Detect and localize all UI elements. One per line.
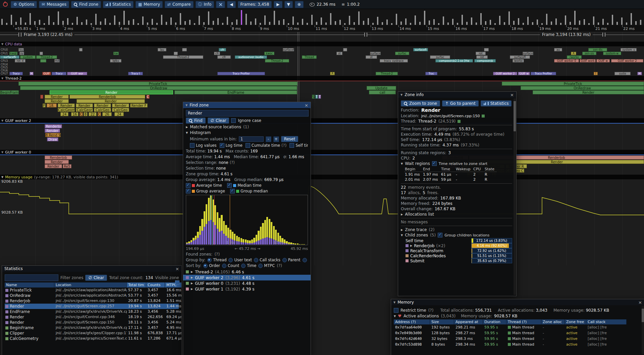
timeline-zone[interactable]: GUIF w (518, 72, 530, 75)
timeline-zone[interactable]: sen-dis (588, 48, 607, 51)
prev-frame-button[interactable]: ◀ (227, 1, 235, 8)
timeline-zone[interactable]: Update (367, 86, 396, 90)
filter-zones-input[interactable] (5, 274, 58, 281)
timeline-zone[interactable]: Render (58, 103, 75, 107)
timeline-zone[interactable]: kwgt (9, 52, 17, 55)
help-icon[interactable]: (?) (428, 308, 434, 313)
mtpc-radio[interactable] (258, 264, 263, 268)
timeline-zone[interactable]: Render (112, 103, 129, 107)
cumulate-time-checkbox[interactable] (246, 143, 250, 148)
toolbar-find-zone-button[interactable]: Find zone (71, 1, 101, 8)
timeline-zone[interactable]: Render (45, 99, 69, 103)
find-button[interactable]: Find (186, 118, 206, 124)
clear-button[interactable]: ∅Clear (208, 118, 229, 124)
child-zone-row[interactable]: ▶RenderJob(×2)4.16 ms (92.60%) (401, 243, 512, 248)
timeline-zone[interactable]: GUIF worker 0 (554, 59, 579, 62)
section-header-cpu-data[interactable]: ▼CPU data (0, 42, 644, 46)
zone-group-row[interactable]: ▶GUIF worker 0(3,231)4.48 s (183, 280, 311, 286)
table-row[interactable]: Renderjni/../jni/src/guif/Control.cpp:34… (5, 314, 179, 320)
timeline-zone[interactable] (40, 59, 46, 62)
timeline-zone[interactable]: kwoc (264, 52, 274, 55)
expand-icon[interactable]: ▶ (191, 276, 193, 279)
option-self-time[interactable]: Self time(1.16%) (289, 143, 308, 148)
timeline-zone[interactable]: Tracy Profiler (217, 72, 265, 75)
timeline-zone[interactable]: 26 (102, 112, 112, 116)
section-header-guif-worker-2[interactable]: ▼GUIF worker 2 (0, 118, 644, 124)
column-header-zone-free[interactable]: Zone free (565, 319, 586, 324)
timeline-zone[interactable]: syste (614, 72, 631, 75)
timeline-zone[interactable]: st (366, 55, 377, 59)
statistics-titlebar[interactable]: Statistics × (2, 266, 181, 272)
timeline-zone[interactable]: kw (113, 52, 119, 55)
toolbar-tools-button[interactable] (216, 1, 225, 8)
timeline-zone[interactable]: CalcGeor (76, 108, 93, 112)
timeline-zone[interactable]: system-w (603, 52, 621, 55)
timeline-zone[interactable]: surfacefl (413, 48, 428, 51)
column-header-total-tim[interactable]: Total tim (127, 282, 146, 287)
zone-group-row[interactable]: ▶Thread-2(4,105)6.46 s (183, 269, 311, 275)
timeline-zone[interactable]: PrivateTick (18, 82, 298, 86)
search-input[interactable] (186, 110, 309, 117)
timeline-zone[interactable]: isu (18, 48, 24, 51)
statistics-table-header[interactable]: NameLocationTotal timCountsMTPC (5, 282, 179, 287)
zone-group-row[interactable]: ▶GUIF worker 1(3,192)4.39 s (183, 286, 311, 292)
radio-order[interactable]: Order (203, 263, 220, 268)
collapse-icon[interactable]: ▼ (401, 162, 403, 165)
allocation-row[interactable]: 0x7dfaa64e00192 bytes298.21 ms59.95 sMai… (394, 324, 642, 330)
timeline-zone[interactable]: A (571, 52, 576, 55)
timeline-zone[interactable]: Render (45, 129, 60, 133)
table-row[interactable]: EndFramejni/../jni/src/claw/gfx/drv/vk/D… (5, 309, 179, 314)
table-row[interactable]: OnRedrawjni/../jni/src/claw/application/… (5, 293, 179, 298)
timeline-zone[interactable]: tracy_systrace (380, 59, 408, 62)
timeline-zone[interactable]: rot (476, 52, 486, 55)
timeline-zone[interactable]: Tracy (52, 72, 66, 75)
table-row[interactable]: Clipperjni/../jni/src/claw/gfx/geo/Clipp… (5, 330, 179, 336)
allocation-row[interactable]: 0x7dfc53d8988 bytes298.34 ms59.95 sMain … (394, 342, 642, 347)
timeline-zone[interactable]: composer@2.1-se [Hw (435, 59, 473, 62)
legend-checkbox[interactable] (230, 189, 235, 193)
timeline-zone[interactable]: Thread-2 (36, 55, 57, 59)
no-groupi-radio[interactable] (303, 258, 307, 262)
allocations-list-toggle[interactable]: ▶ Allocations list (401, 212, 512, 217)
next-frame-button[interactable]: ▶ (274, 1, 282, 8)
radio-call-stacks[interactable]: Call stacks (254, 258, 280, 262)
timeline-zone[interactable]: surfacefl (370, 52, 381, 55)
parent-radio[interactable] (282, 258, 287, 262)
legend-item[interactable]: Average time (186, 183, 222, 188)
timeline-zone[interactable]: PrivateTick (502, 82, 644, 86)
legend-item[interactable]: Group average (186, 189, 225, 193)
timeline-zone[interactable]: sy (19, 52, 24, 55)
scrollbar[interactable] (642, 306, 644, 354)
table-row[interactable]: CalcGeometryjni/../jni/src/claw/graphics… (5, 336, 179, 341)
timeline-zone[interactable]: iworke (513, 59, 524, 62)
section-header-memory-usage[interactable]: ▼ Memory usage (y-range: 178.27 KB, visi… (0, 175, 644, 179)
timeline-zone[interactable]: GUIF worker 2 (493, 72, 517, 75)
call-stacks-radio[interactable] (254, 258, 258, 262)
timeline-zone[interactable]: Render (45, 160, 69, 164)
goto-frame-button[interactable]: ⊕ (295, 1, 304, 8)
thread-radio[interactable] (207, 258, 212, 262)
column-header-call-stack[interactable]: Call stack (586, 319, 627, 324)
timeline-zone[interactable]: GUIF worker 2 (611, 59, 643, 62)
column-header-duration[interactable]: Duration (483, 319, 506, 324)
timeline-zone[interactable] (182, 48, 187, 51)
collapse-icon[interactable]: ▼ (1, 151, 3, 154)
legend-checkbox[interactable] (227, 183, 232, 188)
legend-item[interactable]: Median time (227, 183, 261, 188)
column-header-name[interactable]: Name (5, 282, 54, 287)
timeline-zone[interactable]: T (315, 95, 318, 99)
min-bin-increment-button[interactable]: + (273, 136, 279, 142)
timeline-zone[interactable]: Re5 (63, 164, 71, 168)
legend-item[interactable]: Group median (230, 189, 268, 193)
timeline-zone[interactable]: Render (50, 90, 173, 94)
active-allocations-toggle[interactable]: ▼ ♥ Active allocations (3,043) Memory us… (394, 314, 642, 318)
min-bin-decrement-button[interactable]: - (266, 136, 271, 142)
frame-dropdown-button[interactable]: ▼ (284, 1, 293, 8)
timeline-zone[interactable]: md (54, 59, 60, 62)
help-icon[interactable]: (?) (230, 160, 235, 165)
timeline-zone[interactable]: rworke (567, 55, 582, 59)
timeline-zone[interactable]: EndFrame (174, 90, 297, 94)
collapse-icon[interactable]: ▼ (1, 119, 3, 122)
toolbar-options-button[interactable]: ⚙Options (11, 1, 37, 8)
timeline-zone[interactable]: 8 Rend 9 (45, 133, 61, 137)
